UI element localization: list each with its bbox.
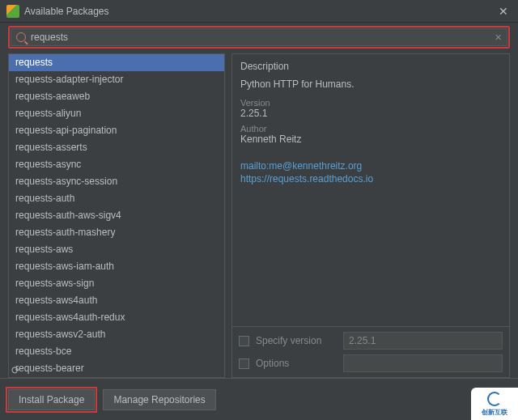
package-item[interactable]: requests-aliyun: [9, 105, 224, 122]
close-icon[interactable]: ✕: [495, 5, 512, 18]
package-item[interactable]: requests-aws4auth: [9, 292, 224, 309]
package-item[interactable]: requests: [9, 54, 224, 71]
package-item[interactable]: requests-awsv2-auth: [9, 326, 224, 343]
options-input[interactable]: [343, 354, 503, 372]
package-item[interactable]: requests-bearer: [9, 360, 224, 377]
options-label: Options: [256, 358, 337, 369]
package-item[interactable]: requests-aws: [9, 241, 224, 258]
manage-repositories-button[interactable]: Manage Repositories: [103, 389, 215, 410]
clear-search-icon[interactable]: ✕: [495, 32, 502, 43]
refresh-icon[interactable]: ⟳: [11, 364, 20, 376]
specify-version-label: Specify version: [256, 335, 337, 346]
detail-panel: Description Python HTTP for Humans. Vers…: [231, 53, 510, 378]
dialog-title: Available Packages: [24, 6, 490, 17]
description-text: Python HTTP for Humans.: [240, 78, 501, 90]
author-value: Kenneth Reitz: [240, 134, 501, 145]
package-item[interactable]: requests-aws-sign: [9, 275, 224, 292]
description-heading: Description: [240, 61, 501, 72]
install-package-button[interactable]: Install Package: [8, 389, 95, 410]
package-item[interactable]: requests-bce: [9, 343, 224, 360]
package-item[interactable]: requests-async: [9, 156, 224, 173]
package-item[interactable]: requests-auth-aws-sigv4: [9, 207, 224, 224]
mailto-link[interactable]: mailto:me@kennethreitz.org: [240, 159, 501, 172]
options-checkbox[interactable]: [239, 358, 249, 369]
specify-version-input[interactable]: [343, 332, 503, 350]
package-item[interactable]: requests-api-pagination: [9, 122, 224, 139]
package-item[interactable]: requests-auth: [9, 190, 224, 207]
manage-repositories-label: Manage Repositories: [113, 394, 205, 405]
author-label: Author: [240, 124, 501, 134]
watermark-logo: 创新互联: [471, 388, 518, 420]
package-item[interactable]: requests-aeaweb: [9, 88, 224, 105]
search-highlight: ✕: [8, 26, 510, 49]
package-list[interactable]: requestsrequests-adapter-injectorrequest…: [8, 53, 225, 378]
package-item[interactable]: requests-aws-iam-auth: [9, 258, 224, 275]
package-item[interactable]: requests-aws4auth-redux: [9, 309, 224, 326]
specify-version-checkbox[interactable]: [239, 336, 249, 346]
watermark-text: 创新互联: [482, 408, 507, 417]
search-icon: [16, 32, 26, 42]
version-value: 2.25.1: [240, 108, 501, 119]
app-icon: [6, 5, 19, 18]
search-input[interactable]: [31, 32, 490, 43]
version-label: Version: [240, 98, 501, 108]
package-item[interactable]: requests-auth-mashery: [9, 224, 224, 241]
package-item[interactable]: requests-async-session: [9, 173, 224, 190]
docs-link[interactable]: https://requests.readthedocs.io: [240, 172, 501, 185]
install-package-label: Install Package: [19, 394, 84, 405]
package-item[interactable]: requests-adapter-injector: [9, 71, 224, 88]
package-item[interactable]: requests-asserts: [9, 139, 224, 156]
